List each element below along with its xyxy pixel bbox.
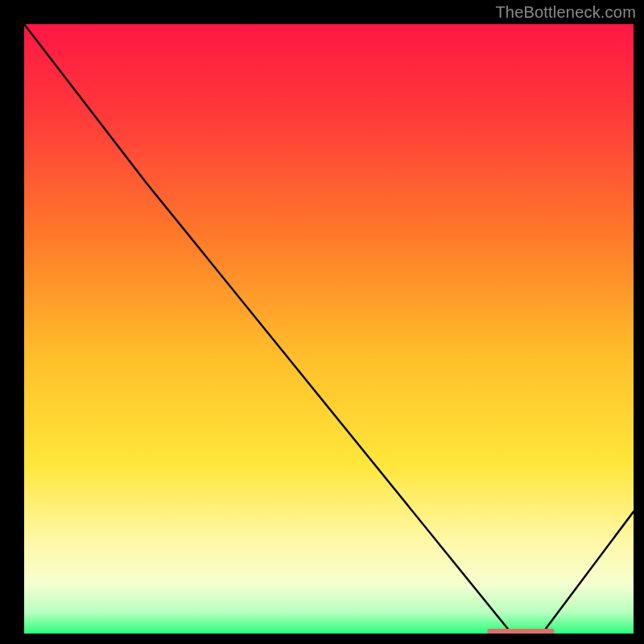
bottleneck-chart xyxy=(24,24,634,634)
attribution-label: TheBottleneck.com xyxy=(495,3,636,22)
chart-container: TheBottleneck.com xyxy=(0,0,644,644)
plot-background xyxy=(24,24,634,634)
optimal-range-marker xyxy=(487,629,554,634)
